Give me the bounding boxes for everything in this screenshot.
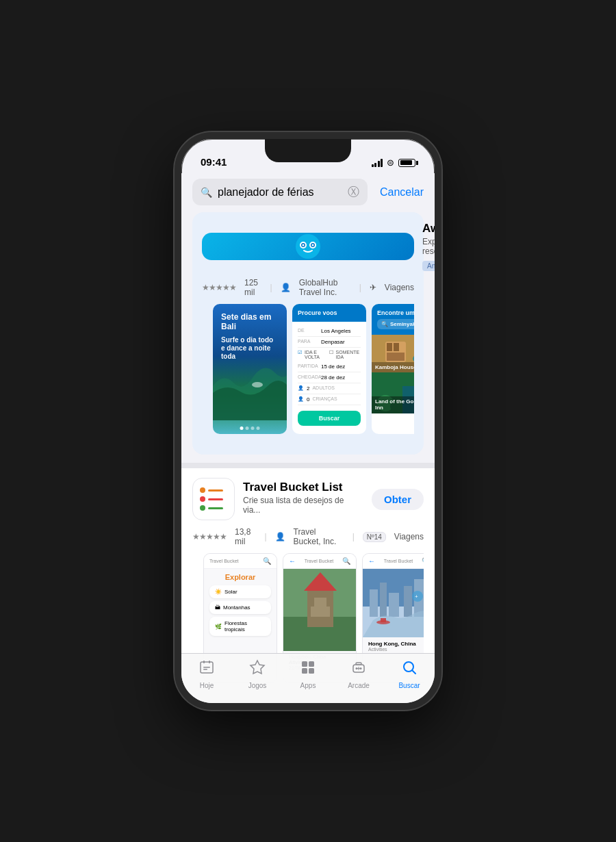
ss6-image: + <box>363 569 424 637</box>
ss5-title: Travel Bucket <box>296 559 342 563</box>
ss2-arr-value: 28 de dez <box>321 374 345 381</box>
awayfinder-rating-count: 125 mil <box>244 278 262 297</box>
ss2-children-label: CRIANÇAS <box>312 396 337 403</box>
travelbucketlist-name: Travel Bucket List <box>243 481 363 494</box>
ss2-search-button[interactable]: Buscar <box>298 411 361 426</box>
svg-rect-11 <box>394 343 399 351</box>
travelbucketlist-header: Travel Bucket List Crie sua lista de des… <box>192 478 424 520</box>
buscar-label: Buscar <box>398 682 420 689</box>
ss2-header: Procure voos <box>292 304 366 322</box>
signal-icon <box>372 159 383 167</box>
svg-rect-42 <box>203 669 207 670</box>
ad-badge: Anúncio <box>422 261 435 271</box>
ss3-search-text: Seminyak <box>390 321 414 327</box>
ss4-option-solar: ☀️ Solar <box>209 585 271 598</box>
ss1-title: Sete dias em Bali <box>221 312 279 332</box>
svg-rect-10 <box>387 343 392 351</box>
ss2-check1: IDA E VOLTA <box>305 350 326 359</box>
awayfinder-name: AwayFinder <box>422 222 435 235</box>
person-icon: 👤 <box>281 283 291 292</box>
awayfinder-ad-card: AwayFinder Explore, planeje e reserve vi… <box>192 212 424 455</box>
screen-content: 🔍 planejador de férias Ⓧ Cancelar <box>181 173 435 703</box>
rank-badge: Nº14 <box>363 532 386 542</box>
ss2-arrival-field: CHEGADA 28 de dez <box>298 372 361 383</box>
travelbucketlist-desc: Crie sua lista de desejos de via... <box>243 496 363 515</box>
awayfinder-icon[interactable] <box>202 233 414 260</box>
svg-rect-24 <box>311 607 316 617</box>
ss3-hotel2-image: Land of the Gods Inn <box>372 372 414 413</box>
hoje-label: Hoje <box>200 682 214 689</box>
ss1-subtitle: Surfe o dia todo e dance a noite toda <box>221 336 279 361</box>
ss2-dep-value: 15 de dez <box>321 363 345 370</box>
awayfinder-screenshot-2: Procure voos DE Los Angeles PARA Denpasa… <box>292 304 366 434</box>
travelbucketlist-publisher: Travel Bucket, Inc. <box>294 527 344 546</box>
ss2-header-text: Procure voos <box>298 309 337 316</box>
ss6-location: Hong Kong, China <box>368 641 424 647</box>
notch <box>265 139 351 162</box>
awayfinder-screenshots: Sete dias em Bali Surfe o dia todo e dan… <box>202 304 414 445</box>
tab-buscar[interactable]: Buscar <box>389 659 430 689</box>
tab-arcade[interactable]: Arcade <box>338 659 379 689</box>
apps-icon <box>300 659 316 680</box>
ss2-trip-type: ☑ IDA E VOLTA ☐ SOMENTE IDA <box>298 348 361 361</box>
hoje-icon <box>198 659 215 680</box>
svg-rect-44 <box>309 661 314 667</box>
ss2-to-field: PARA Denpasar <box>298 337 361 348</box>
awayfinder-meta: ★★★★★ 125 mil | 👤 GlobalHub Travel Inc. … <box>202 278 414 304</box>
cancel-search-button[interactable]: Cancelar <box>373 186 424 199</box>
search-clear-button[interactable]: Ⓧ <box>348 184 359 200</box>
ss2-adults-value: 2 <box>307 385 309 392</box>
travelbucketlist-stars: ★★★★★ <box>192 532 227 541</box>
svg-rect-28 <box>370 589 378 617</box>
search-bar: 🔍 planejador de férias Ⓧ Cancelar <box>181 173 435 212</box>
wifi-icon: ⊜ <box>387 157 394 168</box>
ss2-dep-label: PARTIDA <box>298 363 318 370</box>
ss4-option-tropical-text: Florestas tropicais <box>224 620 266 633</box>
ss6-header: ← Travel Bucket 🔍 <box>363 554 424 569</box>
person-icon2: 👤 <box>275 532 285 541</box>
ss3-hotel1-name: Kamboja House <box>372 362 414 372</box>
ss2-from-value: Los Angeles <box>321 328 351 334</box>
travelbucketlist-info: Travel Bucket List Crie sua lista de des… <box>243 481 363 518</box>
svg-rect-45 <box>302 668 307 674</box>
ss2-departure-field: PARTIDA 15 de dez <box>298 361 361 372</box>
apps-label: Apps <box>300 682 316 689</box>
buscar-icon <box>401 659 418 680</box>
jogos-label: Jogos <box>248 682 267 689</box>
status-time: 09:41 <box>201 156 227 168</box>
svg-rect-31 <box>404 586 412 617</box>
ss6-title: Travel Bucket <box>375 559 422 563</box>
ss3-hotel2-name: Land of the Gods Inn <box>372 396 414 413</box>
svg-rect-48 <box>356 663 361 665</box>
arcade-label: Arcade <box>348 682 370 689</box>
ss4-option-solar-text: Solar <box>224 589 238 595</box>
awayfinder-publisher: GlobalHub Travel Inc. <box>299 278 351 297</box>
awayfinder-category: Viagens <box>385 283 414 292</box>
tab-apps[interactable]: Apps <box>287 659 329 689</box>
awayfinder-screenshot-1: Sete dias em Bali Surfe o dia todo e dan… <box>213 304 287 434</box>
svg-rect-41 <box>203 667 210 668</box>
svg-text:+: + <box>415 594 418 600</box>
ss2-adults-field: 👤 2 ADULTOS <box>298 383 361 394</box>
tab-bar: Hoje Jogos <box>181 653 435 703</box>
travelbucketlist-icon[interactable] <box>192 478 235 520</box>
ss4-body: Explorar ☀️ Solar 🏔 Montanhas 🌿 Floresta… <box>204 569 277 643</box>
awayfinder-header: AwayFinder Explore, planeje e reserve vi… <box>202 222 414 271</box>
ss2-body: DE Los Angeles PARA Denpasar ☑ IDA E VOL… <box>292 322 366 430</box>
svg-rect-43 <box>302 661 307 667</box>
search-input-wrap[interactable]: 🔍 planejador de férias Ⓧ <box>192 179 368 205</box>
awayfinder-desc: Explore, planeje e reserve via... <box>422 237 435 256</box>
ss3-header: Encontre um hotel 🔍 Seminyak <box>372 304 414 335</box>
status-icons: ⊜ <box>372 157 416 168</box>
travelbucketlist-get-button[interactable]: Obter <box>372 489 424 510</box>
ss3-header-text: Encontre um hotel <box>377 309 414 316</box>
svg-point-0 <box>296 234 320 259</box>
svg-point-7 <box>252 382 263 387</box>
ss3-search-field: 🔍 Seminyak <box>377 319 414 329</box>
ss2-children-value: 0 <box>307 396 309 403</box>
tab-hoje[interactable]: Hoje <box>186 659 227 689</box>
svg-rect-12 <box>387 353 405 361</box>
tab-jogos[interactable]: Jogos <box>237 659 278 689</box>
travelbucketlist-rating-count: 13,8 mil <box>235 527 256 546</box>
battery-icon <box>398 159 415 167</box>
